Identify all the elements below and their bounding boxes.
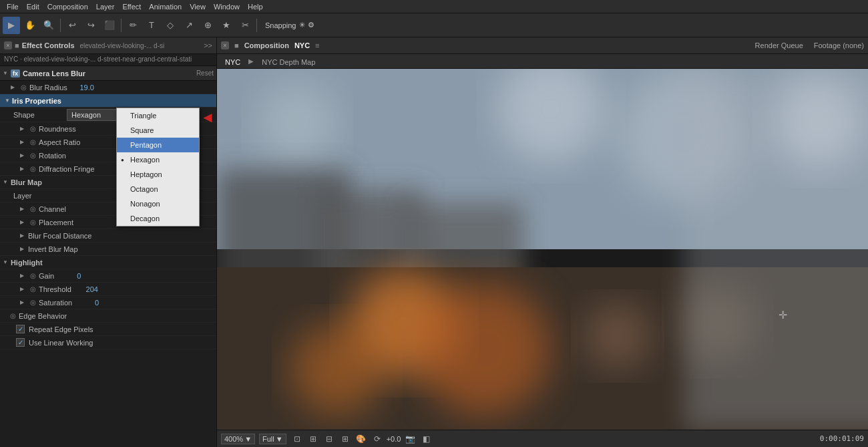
blur-radius-value[interactable]: 19.0 [67, 84, 94, 92]
blur-map-twirl[interactable]: ▼ [3, 179, 8, 185]
menu-file[interactable]: File [3, 3, 23, 11]
tool-zoom[interactable]: 🔍 [40, 17, 57, 34]
tool-text[interactable]: T [143, 17, 160, 34]
menu-window[interactable]: Window [210, 3, 244, 11]
use-linear-checkbox[interactable] [16, 338, 25, 347]
timecode-display: 0:00:01:09 [820, 434, 864, 443]
tool-scissors[interactable]: ✂ [236, 17, 254, 34]
toggle-grid-icon[interactable]: ⊞ [306, 432, 320, 446]
dropdown-item-heptagon[interactable]: Heptagon [117, 167, 199, 182]
invert-blur-twirl[interactable]: ▶ [17, 245, 27, 254]
shape-label: Shape [13, 111, 53, 119]
edge-behavior-indent: ◎ Edge Behavior [8, 311, 67, 321]
repeat-edge-checkbox[interactable] [16, 325, 25, 333]
svg-rect-12 [684, 69, 868, 430]
color-correct-icon[interactable]: 🎨 [355, 432, 368, 446]
shape-dropdown-menu[interactable]: Triangle Square Pentagon Hexagon Heptago… [116, 108, 200, 227]
menu-effect[interactable]: Effect [118, 3, 145, 11]
shape-row-container: Shape Hexagon ▼ ◄ Triangle Square Pentag… [0, 108, 216, 122]
panel-expand-button[interactable]: >> [204, 41, 212, 49]
gain-value[interactable]: 0 [54, 272, 81, 280]
tool-shape[interactable]: ◇ [162, 17, 179, 34]
layer-indent: Layer [13, 192, 32, 200]
toggle-transparency-icon[interactable]: ⊡ [290, 432, 304, 446]
tool-anchor[interactable]: ⊕ [199, 17, 216, 34]
svg-point-13 [584, 303, 651, 369]
dropdown-item-hexagon[interactable]: Hexagon [117, 152, 199, 167]
menu-help[interactable]: Help [244, 3, 267, 11]
saturation-twirl[interactable]: ▶ [17, 298, 27, 307]
channel-twirl[interactable]: ▶ [17, 204, 27, 214]
shape-value: Hexagon [71, 111, 101, 119]
comp-panel-header: × ■ Composition NYC ≡ Render Queue Foota… [217, 37, 868, 54]
dropdown-item-nonagon[interactable]: Nonagon [117, 196, 199, 211]
placement-twirl[interactable]: ▶ [17, 218, 27, 227]
quality-selector[interactable]: Full ▼ [259, 434, 286, 444]
comp-close-button[interactable]: × [221, 41, 229, 49]
iris-twirl[interactable]: ▼ [3, 96, 12, 106]
toggle-guides-icon[interactable]: ⊟ [322, 432, 336, 446]
zoom-arrow-icon: ▼ [244, 435, 252, 443]
tab-separator: ▶ [248, 54, 254, 68]
dropdown-item-triangle[interactable]: Triangle [117, 108, 199, 123]
effect-group-header[interactable]: ▼ fx Camera Lens Blur Reset [0, 66, 216, 81]
comp-menu-icon[interactable]: ≡ [315, 41, 319, 49]
zoom-selector[interactable]: 400% ▼ [221, 434, 255, 444]
blur-focal-indent: ▶ Blur Focal Distance [17, 231, 91, 241]
blur-radius-twirl[interactable]: ▶ [8, 83, 17, 92]
dropdown-item-decagon[interactable]: Decagon [117, 211, 199, 226]
rotation-indent: ▶ ◎ Rotation [17, 151, 66, 160]
channel-icon: ◎ [28, 204, 37, 214]
diffraction-twirl[interactable]: ▶ [17, 164, 27, 174]
menubar: File Edit Composition Layer Effect Anima… [0, 0, 868, 13]
menu-view[interactable]: View [186, 3, 210, 11]
highlight-twirl[interactable]: ▼ [3, 259, 8, 265]
tool-star[interactable]: ★ [218, 17, 235, 34]
roundness-label: Roundness [39, 125, 76, 133]
rotation-reset-icon[interactable]: ⟳ [371, 432, 384, 446]
tool-box[interactable]: ⬛ [101, 17, 118, 34]
dropdown-item-pentagon[interactable]: Pentagon [117, 138, 199, 152]
menu-layer[interactable]: Layer [92, 3, 119, 11]
composition-panel: × ■ Composition NYC ≡ Render Queue Foota… [217, 37, 868, 447]
gain-icon: ◎ [28, 271, 37, 281]
blur-radius-icon: ◎ [19, 83, 28, 92]
highlight-section[interactable]: ▼ Highlight [0, 256, 216, 269]
tool-select[interactable]: ▶ [3, 17, 20, 34]
panel-close-button[interactable]: × [4, 41, 12, 49]
bottom-bar: 400% ▼ Full ▼ ⊡ ⊞ ⊟ ⊞ 🎨 ⟳ +0.0 📷 ◧ 0:00:… [217, 430, 868, 447]
reset-button[interactable]: Reset [196, 69, 214, 77]
tool-redo[interactable]: ↪ [82, 17, 99, 34]
saturation-value[interactable]: 0 [72, 299, 99, 307]
fx-badge: fx [11, 69, 20, 78]
toolbar: ▶ ✋ 🔍 ↩ ↪ ⬛ ✏ T ◇ ↗ ⊕ ★ ✂ Snapping ✳ ⚙ [0, 13, 868, 37]
toggle-rulers-icon[interactable]: ⊞ [339, 432, 352, 446]
comp-lock-icon: ■ [234, 41, 239, 49]
iris-properties-row[interactable]: ▼ Iris Properties [0, 94, 216, 108]
threshold-value[interactable]: 204 [71, 285, 98, 293]
sep2 [121, 19, 122, 32]
panel-filename: elevated-view-looking-... d-si [80, 42, 165, 49]
roundness-twirl[interactable]: ▶ [17, 124, 27, 134]
show-snapshot-icon[interactable]: ◧ [419, 432, 433, 446]
menu-animation[interactable]: Animation [145, 3, 186, 11]
menu-edit[interactable]: Edit [23, 3, 43, 11]
gain-twirl[interactable]: ▶ [17, 271, 27, 281]
iris-properties-label: Iris Properties [12, 97, 214, 105]
aspect-ratio-twirl[interactable]: ▶ [17, 138, 27, 147]
footage-label[interactable]: Footage (none) [814, 41, 864, 49]
dropdown-item-octagon[interactable]: Octagon [117, 182, 199, 196]
snapshot-icon[interactable]: 📷 [403, 432, 417, 446]
render-queue-label[interactable]: Render Queue [755, 41, 803, 49]
tool-undo[interactable]: ↩ [63, 17, 81, 34]
snapping-control[interactable]: Snapping ✳ ⚙ [265, 21, 314, 29]
menu-composition[interactable]: Composition [43, 3, 92, 11]
rotation-twirl[interactable]: ▶ [17, 151, 27, 160]
tool-hand[interactable]: ✋ [21, 17, 39, 34]
dropdown-item-square[interactable]: Square [117, 123, 199, 138]
rotation-icon: ◎ [28, 151, 37, 160]
threshold-twirl[interactable]: ▶ [17, 285, 27, 294]
tool-rotate[interactable]: ↗ [180, 17, 198, 34]
tool-pen[interactable]: ✏ [124, 17, 142, 34]
blur-focal-twirl[interactable]: ▶ [17, 231, 27, 241]
